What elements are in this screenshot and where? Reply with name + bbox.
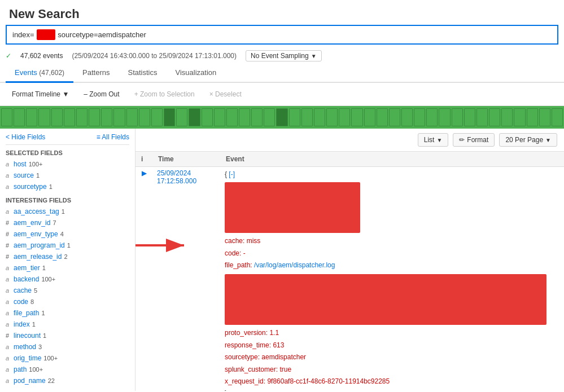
field-sourcetype[interactable]: a sourcetype 1 <box>6 181 129 192</box>
tab-events[interactable]: Events (47,602) <box>6 64 73 83</box>
format-pencil-icon: ✏ <box>459 136 465 144</box>
event-code-line: code: - <box>225 248 559 260</box>
field-name-cache[interactable]: cache <box>14 285 32 296</box>
timeline-chart[interactable] <box>0 106 564 129</box>
format-timeline-button[interactable]: Format Timeline ▼ <box>6 87 75 101</box>
no-event-sampling-dropdown[interactable]: No Event Sampling ▼ <box>246 50 322 61</box>
timeline-bar <box>514 108 525 126</box>
interesting-fields-title: INTERESTING FIELDS <box>6 197 129 204</box>
field-count-backend: 100+ <box>41 275 55 284</box>
per-page-button[interactable]: 20 Per Page ▼ <box>499 133 557 147</box>
tab-events-count: (47,602) <box>39 69 64 77</box>
field-aem-env-type[interactable]: # aem_env_type 4 <box>6 228 129 240</box>
selected-fields-title: SELECTED FIELDS <box>6 149 129 156</box>
tab-patterns[interactable]: Patterns <box>73 64 119 83</box>
tab-events-label: Events <box>15 68 39 77</box>
collapse-button[interactable]: [-] <box>229 170 235 178</box>
field-method[interactable]: a method 3 <box>6 341 129 353</box>
th-time: Time <box>152 152 220 167</box>
deselect-button[interactable]: × Deselect <box>203 87 248 101</box>
field-name-aa-access-tag[interactable]: aa_access_tag <box>14 206 59 217</box>
field-aem-release-id[interactable]: # aem_release_id 2 <box>6 251 129 262</box>
field-host[interactable]: a host 100+ <box>6 158 129 170</box>
field-aem-tier[interactable]: a aem_tier 1 <box>6 262 129 274</box>
field-name-host[interactable]: host <box>14 159 27 169</box>
field-name-aem-env-type[interactable]: aem_env_type <box>14 229 58 239</box>
tab-statistics-label: Statistics <box>128 68 157 77</box>
field-orig-time[interactable]: a orig_time 100+ <box>6 353 129 364</box>
search-bar[interactable]: index= sourcetype=aemdispatcher <box>6 25 558 45</box>
table-header-row: i Time Event <box>135 152 564 167</box>
hide-fields-button[interactable]: < Hide Fields <box>6 133 45 141</box>
field-backend[interactable]: a backend 100+ <box>6 274 129 285</box>
timeline-bar <box>38 108 50 126</box>
all-fields-button[interactable]: ≡ All Fields <box>97 133 129 141</box>
field-code[interactable]: a code 8 <box>6 296 129 307</box>
timeline-bar <box>239 108 250 126</box>
timeline-bar <box>226 108 238 126</box>
file-path-key: file_path: <box>225 261 254 269</box>
timeline-bar <box>377 108 388 126</box>
timeline-bar <box>464 108 475 126</box>
field-name-sourcetype[interactable]: sourcetype <box>14 182 47 192</box>
sampling-dropdown-arrow: ▼ <box>311 53 317 59</box>
events-count: 47,602 events <box>20 52 63 60</box>
field-count-file-path: 1 <box>41 309 45 318</box>
tab-visualization[interactable]: Visualization <box>167 64 226 83</box>
field-pod-name[interactable]: a pod_name 22 <box>6 375 129 386</box>
events-summary-bar: ✓ 47,602 events (25/09/2024 16:43:00.000… <box>0 48 564 64</box>
format-button[interactable]: ✏ Format <box>453 133 495 147</box>
timeline-bar <box>202 108 213 126</box>
field-aem-program-id[interactable]: # aem_program_id 1 <box>6 240 129 251</box>
field-source[interactable]: a source 1 <box>6 170 129 181</box>
field-name-method[interactable]: method <box>14 342 36 352</box>
checkmark-icon: ✓ <box>6 52 11 60</box>
timeline-bar <box>14 108 25 126</box>
field-name-file-path[interactable]: file_path <box>14 308 39 318</box>
timeline-bar <box>426 108 438 126</box>
field-name-code[interactable]: code <box>14 297 28 307</box>
field-type-linecount: # <box>6 331 11 341</box>
field-file-path[interactable]: a file_path 1 <box>6 307 129 319</box>
events-date-range: (25/09/2024 16:43:00.000 to 25/09/2024 1… <box>72 52 237 60</box>
field-name-aem-env-id[interactable]: aem_env_id <box>14 218 50 228</box>
field-cache[interactable]: a cache 5 <box>6 285 129 296</box>
tab-statistics[interactable]: Statistics <box>119 64 166 83</box>
field-name-linecount[interactable]: linecount <box>14 331 41 341</box>
field-type-aa-access-tag: a <box>6 207 11 217</box>
field-name-orig-time[interactable]: orig_time <box>14 353 41 363</box>
timeline-bar <box>251 108 263 126</box>
field-name-aem-program-id[interactable]: aem_program_id <box>14 240 65 250</box>
field-name-source[interactable]: source <box>14 170 34 180</box>
field-aa-access-tag[interactable]: a aa_access_tag 1 <box>6 206 129 217</box>
field-count-aem-env-type: 4 <box>60 230 64 239</box>
field-linecount[interactable]: # linecount 1 <box>6 330 129 341</box>
results-area: List ▼ ✏ Format 20 Per Page ▼ i Time <box>135 129 564 391</box>
zoom-selection-button[interactable]: + Zoom to Selection <box>128 87 201 101</box>
format-timeline-label: Format Timeline <box>12 90 60 98</box>
list-button[interactable]: List ▼ <box>418 133 449 147</box>
event-date: 25/09/2024 <box>157 169 216 177</box>
field-count-path: 100+ <box>29 365 43 375</box>
events-table: i Time Event ▶ 25/09/2024 17:12:58.000 <box>135 152 564 391</box>
timeline-bar <box>276 108 287 126</box>
zoom-out-button[interactable]: – Zoom Out <box>77 87 125 101</box>
expand-icon-cell[interactable]: ▶ <box>135 167 152 391</box>
search-query-prefix: index= <box>12 30 34 39</box>
field-index[interactable]: a index 1 <box>6 319 129 330</box>
field-name-pod-name[interactable]: pod_name <box>14 376 46 386</box>
timeline-bar <box>64 108 75 126</box>
field-name-index[interactable]: index <box>14 319 30 329</box>
event-clock: 17:12:58.000 <box>157 177 216 185</box>
field-type-orig-time: a <box>6 354 11 363</box>
field-name-aem-release-id[interactable]: aem_release_id <box>14 252 62 262</box>
field-aem-env-id[interactable]: # aem_env_id 7 <box>6 217 129 228</box>
field-path[interactable]: a path 100+ <box>6 364 129 375</box>
sidebar-controls: < Hide Fields ≡ All Fields <box>6 133 129 145</box>
left-sidebar: < Hide Fields ≡ All Fields SELECTED FIEL… <box>0 129 135 391</box>
field-name-backend[interactable]: backend <box>14 274 39 284</box>
field-name-path[interactable]: path <box>14 364 27 375</box>
table-row: ▶ 25/09/2024 17:12:58.000 <box>135 167 564 391</box>
field-name-aem-tier[interactable]: aem_tier <box>14 263 40 273</box>
deselect-label: × Deselect <box>209 90 242 98</box>
